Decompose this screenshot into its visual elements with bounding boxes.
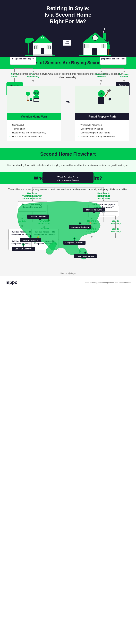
svg-text:I'd need to hire: I'd need to hire [95,73,108,75]
svg-text:property or hire someone?: property or hire someone? [101,58,125,60]
svg-rect-57 [107,89,111,92]
svg-rect-63 [98,97,104,104]
svg-text:Yes,: Yes, [31,73,35,75]
svg-text:Denver, Colorado: Denver, Colorado [30,216,46,218]
beach-house-icon [25,28,55,57]
vern-trait-4: Has a lot of disposable income [10,135,58,138]
flowchart-intro: Use the following flowchart to help dete… [5,164,131,167]
svg-text:Cape Coral, Florida: Cape Coral, Florida [77,255,94,258]
svg-marker-252 [123,71,125,72]
source-section: Source: Kiplinger [0,270,136,276]
map-section: These cities are known for easy access t… [0,184,136,270]
svg-point-33 [96,52,96,52]
vern-trait-2: Travels often [10,127,58,131]
svg-text:FOR: FOR [66,41,69,42]
ruth-name: Rental Property Ruth [75,113,129,120]
us-map-container: Denver, Colorado Phoenix, Arizona Carlsb… [7,194,129,265]
svg-point-293 [30,235,32,237]
svg-rect-55 [30,98,32,100]
svg-text:a landlord: a landlord [97,76,106,78]
ruth-trait-3: Likes working with their hands [78,131,126,135]
svg-rect-17 [33,54,52,56]
svg-marker-246 [32,80,34,82]
svg-text:Carlsbad, California: Carlsbad, California [15,248,33,250]
svg-marker-258 [100,80,102,82]
svg-text:🚲: 🚲 [102,210,105,213]
ruth-trait-1: Works well with others [78,123,126,127]
svg-text:🌵: 🌵 [37,236,40,238]
svg-rect-46 [27,100,29,101]
map-intro: These cities are known for easy access t… [7,188,129,191]
svg-rect-6 [41,48,44,55]
svg-point-313 [84,252,86,254]
svg-line-56 [105,92,108,97]
for-sale-sign-icon: FOR SALE [62,36,72,57]
svg-text:be updated as you age?: be updated as you age? [12,58,34,60]
svg-text:🌲: 🌲 [47,218,50,221]
svg-text:I'd manage: I'd manage [119,73,129,75]
svg-point-305 [79,222,81,224]
ruth-avatar [75,86,129,113]
svg-text:significantly: significantly [27,76,39,78]
svg-text:Lexington, Kentucky: Lexington, Kentucky [71,226,89,228]
svg-point-44 [26,92,30,96]
svg-text:it myself: it myself [120,76,128,78]
svg-text:No, it's: No, it's [11,73,18,75]
hippo-logo: hippo [5,279,22,285]
cabin-house-icon [79,28,111,57]
svg-point-309 [74,238,76,240]
brand-logo: hippo [5,279,22,286]
footer-url: https://www.hippo.com/blog/seniors-and-s… [85,282,131,284]
svg-text:Lafayette, Louisiana: Lafayette, Louisiana [65,242,84,244]
svg-text:Phoenix, Arizona: Phoenix, Arizona [23,239,38,241]
svg-text:Take the: Take the [119,84,126,86]
vern-name: Vacation Home Vern [7,113,61,120]
header-section: Retiring in Style: Is a Second Home Righ… [0,0,136,57]
svg-text:SALE: SALE [65,43,69,44]
vern-illustration [25,88,42,110]
svg-line-0 [28,42,29,55]
svg-text:hippo: hippo [6,280,18,285]
svg-marker-244 [14,80,15,82]
ruth-trait-4: Wants to make money in retirement [78,135,126,138]
ruth-illustration [92,88,112,110]
vern-avatar [7,86,61,113]
svg-text:perfect!: perfect! [11,76,18,78]
svg-rect-64 [108,97,111,101]
source-text: Source: Kiplinger [7,272,129,274]
ruth-trait-2: Likes trying new things [78,127,126,131]
ruth-traits: Works well with others Likes trying new … [75,120,129,141]
ruth-card: Rental Property Ruth Works well with oth… [75,86,129,141]
svg-point-297 [22,244,25,246]
svg-text:Milford, Delaware: Milford, Delaware [86,209,102,211]
svg-rect-53 [34,99,39,102]
vern-trait-3: Hosts friends and family frequently [10,131,58,135]
map-heading: Where Should Seniors Retire? [4,176,132,181]
vern-card: Vacation Home Vern Stays active Travels … [7,86,61,141]
svg-text:🐎: 🐎 [89,222,92,224]
footer: hippo https://www.hippo.com/blog/seniors… [0,276,136,289]
page-title: Retiring in Style: Is a Second Home Righ… [4,5,132,24]
us-map-svg: Denver, Colorado Phoenix, Arizona Carlsb… [7,194,129,265]
svg-marker-260 [123,80,125,82]
header-illustrations: FOR SALE [4,28,132,57]
vern-trait-1: Stays active [10,123,58,127]
vern-traits: Stays active Travels often Hosts friends… [7,120,61,141]
vs-label: vs [64,86,72,104]
svg-rect-40 [108,48,109,56]
